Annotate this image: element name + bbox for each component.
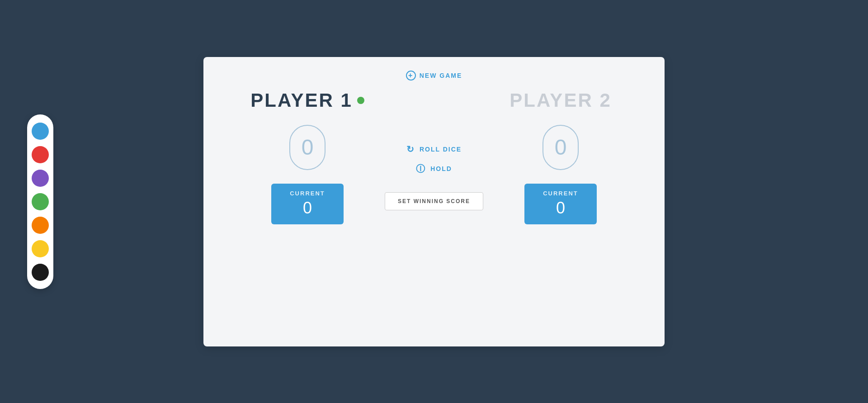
players-area: PLAYER 1 0 CURRENT 0 ↻ ROLL DICE ⓘ HOLD … [231, 90, 637, 333]
new-game-label: NEW GAME [420, 72, 462, 79]
hold-icon: ⓘ [416, 163, 426, 175]
hold-label: HOLD [430, 165, 452, 172]
player2-current-label: CURRENT [543, 190, 578, 197]
swatch-green[interactable] [32, 193, 49, 210]
player2-current-box: CURRENT 0 [524, 184, 597, 224]
player1-header: PLAYER 1 [250, 90, 364, 111]
player1-active-dot [357, 97, 364, 104]
set-winning-score-label: SET WINNING SCORE [398, 198, 470, 204]
player2-score: 0 [542, 125, 579, 170]
swatch-purple[interactable] [32, 170, 49, 187]
player2-section: PLAYER 2 0 CURRENT 0 [484, 90, 637, 224]
game-card: + NEW GAME PLAYER 1 0 CURRENT 0 ↻ ROLL D… [203, 57, 665, 346]
swatch-blue[interactable] [32, 123, 49, 140]
new-game-button[interactable]: + NEW GAME [406, 71, 462, 81]
swatch-orange[interactable] [32, 217, 49, 234]
player1-section: PLAYER 1 0 CURRENT 0 [231, 90, 384, 224]
hold-button[interactable]: ⓘ HOLD [416, 163, 452, 175]
player2-current-value: 0 [556, 199, 565, 218]
player1-current-label: CURRENT [290, 190, 325, 197]
player1-current-box: CURRENT 0 [271, 184, 344, 224]
set-winning-score-button[interactable]: SET WINNING SCORE [385, 192, 483, 210]
player2-name: PLAYER 2 [509, 90, 612, 111]
swatch-yellow[interactable] [32, 240, 49, 257]
player2-header: PLAYER 2 [509, 90, 612, 111]
roll-dice-button[interactable]: ↻ ROLL DICE [406, 144, 462, 155]
swatch-red[interactable] [32, 146, 49, 163]
new-game-icon: + [406, 71, 416, 81]
player1-score: 0 [289, 125, 326, 170]
center-controls: ↻ ROLL DICE ⓘ HOLD SET WINNING SCORE [385, 90, 483, 210]
roll-dice-icon: ↻ [406, 144, 415, 155]
color-sidebar [27, 114, 53, 289]
swatch-black[interactable] [32, 264, 49, 281]
player1-name: PLAYER 1 [250, 90, 353, 111]
player1-current-value: 0 [303, 199, 312, 218]
roll-dice-label: ROLL DICE [420, 146, 462, 153]
